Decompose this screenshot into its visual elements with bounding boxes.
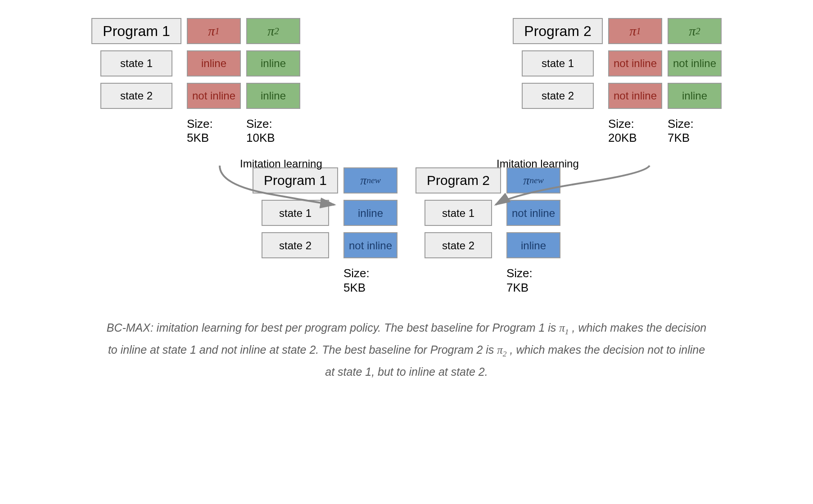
program1-bottom-block: Program 1 state 1 state 2 πnew inline no… [253,167,397,294]
program1-pi2-header: π2 [246,18,300,44]
program1-state1-label: state 1 [100,50,172,76]
program2-pinew-col: πnew not inline inline Size:7KB [506,167,560,294]
program2-pi1-header: π1 [608,18,662,44]
program1-pinew-col: πnew inline not inline Size:5KB [343,167,397,294]
program2-pi2-size: Size:7KB [668,117,722,145]
program1-pi1-col: π1 inline not inline Size:5KB [187,18,241,145]
program1-top-block: Program 1 state 1 state 2 π1 inline not … [91,18,300,145]
program1-pi1-state1-val: inline [187,50,241,76]
program1-pinew-size: Size:5KB [343,266,397,294]
program1-state-col: Program 1 state 1 state 2 [91,18,181,145]
caption: BC-MAX: imitation learning for best per … [103,317,710,383]
program2-state1-label: state 1 [522,50,594,76]
program2-pinew-size: Size:7KB [506,266,560,294]
program2-pi2-col: π2 not inline inline Size:7KB [668,18,722,145]
program2-pi2-state2-val: inline [668,83,722,109]
program1-pi1-state2-val: not inline [187,83,241,109]
program2-pi2-header: π2 [668,18,722,44]
program2-top-block: Program 2 state 1 state 2 π1 not inline … [513,18,722,145]
program1-pinew-state1-val: inline [343,200,397,226]
program2-bottom-state2: state 2 [425,232,492,258]
bottom-section: Program 1 state 1 state 2 πnew inline no… [91,167,722,294]
program2-bottom-title: Program 2 [416,167,501,194]
program1-state2-label: state 2 [100,83,172,109]
imitation-label-right: Imitation learning [497,158,579,170]
program2-pi1-state2-val: not inline [608,83,662,109]
program2-bottom-state1: state 1 [425,200,492,226]
program1-pi2-col: π2 inline inline Size:10KB [246,18,300,145]
program2-pinew-state1-val: not inline [506,200,560,226]
program2-state-col: Program 2 state 1 state 2 [513,18,603,145]
program1-pinew-header: πnew [343,167,397,194]
program2-pinew-header: πnew [506,167,560,194]
program2-pi1-size: Size:20KB [608,117,662,145]
program2-state2-label: state 2 [522,83,594,109]
program1-pi2-state1-val: inline [246,50,300,76]
program2-title: Program 2 [513,18,603,44]
program2-pi1-col: π1 not inline not inline Size:20KB [608,18,662,145]
diagram-container: Program 1 state 1 state 2 π1 inline not … [91,18,722,383]
program1-title: Program 1 [91,18,181,44]
program2-pi1-state1-val: not inline [608,50,662,76]
program2-pi2-state1-val: not inline [668,50,722,76]
program1-pi2-size: Size:10KB [246,117,300,145]
program2-bottom-block: Program 2 state 1 state 2 πnew not inlin… [416,167,560,294]
program1-pi1-header: π1 [187,18,241,44]
top-row: Program 1 state 1 state 2 π1 inline not … [91,18,722,145]
program1-bottom-state1: state 1 [262,200,329,226]
program1-bottom-state2: state 2 [262,232,329,258]
imitation-label-left: Imitation learning [240,158,322,170]
program1-pi2-state2-val: inline [246,83,300,109]
program1-pinew-state2-val: not inline [343,232,397,258]
program2-bottom-state-col: Program 2 state 1 state 2 [416,167,501,294]
program2-pinew-state2-val: inline [506,232,560,258]
program1-bottom-state-col: Program 1 state 1 state 2 [253,167,338,294]
program1-pi1-size: Size:5KB [187,117,241,145]
program1-bottom-title: Program 1 [253,167,338,194]
